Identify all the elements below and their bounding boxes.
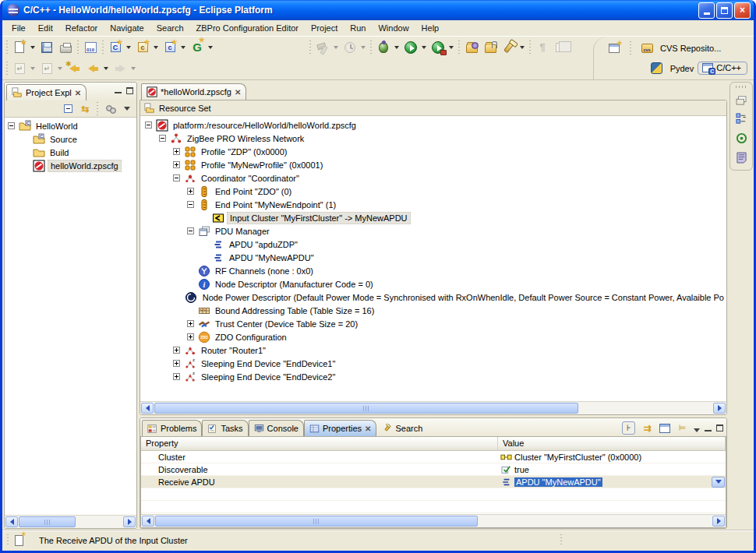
tree-item-endpoint-mynewendpoint[interactable]: End Point "MyNewEndpoint" (1) bbox=[140, 198, 726, 211]
project-explorer-hscrollbar[interactable] bbox=[5, 515, 136, 528]
external-tools-clock-icon[interactable] bbox=[341, 39, 359, 56]
run-external-dropdown[interactable] bbox=[449, 46, 454, 49]
search-flashlight-icon[interactable] bbox=[500, 39, 518, 56]
expander-icon[interactable] bbox=[187, 227, 194, 234]
last-edit-location-icon[interactable]: ✱ bbox=[65, 60, 83, 77]
minimize-view-icon[interactable] bbox=[115, 92, 122, 94]
properties-hscrollbar[interactable] bbox=[141, 514, 726, 527]
target-icon[interactable] bbox=[736, 132, 747, 144]
scroll-right-icon[interactable] bbox=[712, 516, 725, 527]
tree-item-bound-addressing-table[interactable]: Bound Addressing Table (Table Size = 16) bbox=[140, 304, 726, 317]
expander-icon[interactable] bbox=[159, 135, 166, 142]
tab-tasks[interactable]: Tasks bbox=[202, 420, 248, 436]
tab-console[interactable]: Console bbox=[249, 420, 304, 436]
expander-icon[interactable] bbox=[187, 320, 194, 327]
title-bar[interactable]: C/C++ - HelloWorld/helloWorld.zpscfg - E… bbox=[2, 0, 754, 20]
property-row-discoverable[interactable]: Discoverable true bbox=[141, 463, 726, 476]
expander-icon[interactable] bbox=[8, 122, 15, 129]
new-class-icon[interactable]: c★ bbox=[134, 39, 151, 56]
link-with-editor-icon[interactable]: ⇆ bbox=[78, 102, 91, 115]
new-cpp-file-dropdown[interactable] bbox=[126, 46, 131, 49]
scroll-left-icon[interactable] bbox=[141, 403, 154, 414]
scroll-right-icon[interactable] bbox=[123, 516, 136, 527]
scroll-right-icon[interactable] bbox=[713, 403, 726, 414]
tree-item-zdo-configuration[interactable]: ZDO ZDO Configuration bbox=[140, 330, 726, 343]
debug-dropdown[interactable] bbox=[394, 46, 399, 49]
tree-item-trust-center[interactable]: Trust Center (Device Table Size = 20) bbox=[140, 317, 726, 330]
menu-window[interactable]: Window bbox=[372, 22, 415, 34]
open-perspective-icon[interactable]: ★ bbox=[606, 40, 623, 57]
back-icon[interactable] bbox=[84, 60, 101, 77]
tree-item-input-cluster[interactable]: Input Cluster "MyFirstCluster" -> MyNewA… bbox=[140, 211, 726, 224]
previous-annotation-icon[interactable] bbox=[38, 60, 55, 77]
expander-icon[interactable] bbox=[187, 201, 194, 208]
menu-navigate[interactable]: Navigate bbox=[104, 22, 150, 34]
menu-search[interactable]: Search bbox=[150, 22, 190, 34]
column-property[interactable]: Property bbox=[141, 437, 498, 450]
pydev-perspective-icon[interactable] bbox=[648, 60, 666, 77]
minimize-view-icon[interactable] bbox=[705, 430, 712, 432]
new-wizard-icon[interactable]: ★ bbox=[11, 39, 28, 56]
tree-item-profile-mynewprofile[interactable]: Profile "MyNewProfile" (0x0001) bbox=[140, 158, 726, 171]
tree-item-pdu-manager[interactable]: PDU Manager bbox=[140, 224, 726, 238]
run-dropdown[interactable] bbox=[422, 46, 426, 49]
tree-item-node-descriptor[interactable]: i Node Descriptor (Manufacturer Code = 0… bbox=[140, 277, 726, 291]
debug-icon[interactable] bbox=[375, 39, 392, 56]
tree-item-build[interactable]: Build bbox=[5, 146, 136, 159]
filters-icon[interactable] bbox=[104, 102, 117, 115]
tab-properties[interactable]: Properties ✕ bbox=[304, 420, 377, 436]
scroll-left-icon[interactable] bbox=[5, 516, 18, 527]
tree-item-enddevice1[interactable]: z Sleeping End Device "EndDevice1" bbox=[140, 357, 726, 370]
tree-item-coordinator[interactable]: Coordinator "Coordinator" bbox=[140, 171, 726, 185]
open-element-folder-icon[interactable] bbox=[463, 39, 480, 56]
close-project-explorer-icon[interactable]: ✕ bbox=[75, 89, 81, 97]
search-dropdown[interactable] bbox=[520, 46, 525, 49]
tab-helloworld-zpscfg[interactable]: *helloWorld.zpscfg ✕ bbox=[141, 83, 246, 100]
tree-item-router1[interactable]: Router "Router1" bbox=[140, 343, 726, 357]
cvs-perspective-icon[interactable]: cvs bbox=[638, 40, 655, 57]
expander-icon[interactable] bbox=[173, 148, 180, 155]
expander-icon[interactable] bbox=[173, 360, 180, 367]
restore-value-icon[interactable]: ⊨ bbox=[676, 421, 689, 435]
tree-item-node-power-descriptor[interactable]: Node Power Descriptor (Default Power Mod… bbox=[140, 291, 726, 304]
binary-icon[interactable]: 010 bbox=[82, 39, 99, 56]
tab-project-explorer[interactable]: Project Expl ✕ bbox=[6, 84, 87, 100]
new-c-project-dropdown[interactable] bbox=[181, 46, 185, 49]
expander-icon[interactable] bbox=[173, 174, 180, 181]
tree-item-enddevice2[interactable]: z Sleeping End Device "EndDevice2" bbox=[140, 370, 726, 383]
menu-refactor[interactable]: Refactor bbox=[59, 22, 104, 34]
maximize-button[interactable] bbox=[716, 2, 733, 19]
menu-run[interactable]: Run bbox=[344, 22, 372, 34]
show-whitespace-icon[interactable]: ¶ bbox=[534, 39, 551, 56]
cvs-perspective-label[interactable]: CVS Reposito... bbox=[660, 44, 721, 53]
close-editor-icon[interactable]: ✕ bbox=[235, 88, 241, 97]
editor-hscrollbar[interactable] bbox=[140, 401, 726, 414]
expander-icon[interactable] bbox=[187, 188, 194, 195]
view-menu-icon[interactable] bbox=[120, 102, 133, 115]
scroll-left-icon[interactable] bbox=[142, 516, 154, 527]
tree-item-zigbee-network[interactable]: ZigBee PRO Wireless Network bbox=[140, 132, 726, 145]
receive-apdu-value[interactable]: APDU "MyNewAPDU" bbox=[514, 477, 602, 487]
forward-icon[interactable] bbox=[111, 60, 129, 77]
tree-item-rf-channels[interactable]: RF Channels (none : 0x0) bbox=[140, 264, 726, 277]
save-icon[interactable] bbox=[38, 39, 55, 56]
new-class-dropdown[interactable] bbox=[154, 46, 158, 49]
column-value[interactable]: Value bbox=[498, 437, 726, 450]
new-wizard-dropdown[interactable] bbox=[30, 46, 35, 49]
expander-icon[interactable] bbox=[187, 333, 194, 340]
hammer-build-icon[interactable] bbox=[314, 39, 331, 56]
outline-icon[interactable] bbox=[736, 113, 747, 125]
tree-item-apdu-apduzdp[interactable]: APDU "apduZDP" bbox=[140, 238, 726, 251]
open-resource-folder-icon[interactable] bbox=[482, 39, 499, 56]
collapse-all-icon[interactable] bbox=[62, 102, 75, 115]
drag-handle[interactable] bbox=[736, 86, 747, 88]
menu-project[interactable]: Project bbox=[305, 22, 344, 34]
property-row-receive-apdu[interactable]: Receive APDU APDU "MyNewAPDU" bbox=[141, 476, 726, 488]
build-config-icon[interactable]: G★ bbox=[189, 39, 206, 56]
combo-dropdown-icon[interactable] bbox=[712, 477, 725, 488]
tab-search[interactable]: Search bbox=[376, 420, 428, 436]
expander-icon[interactable] bbox=[173, 347, 180, 354]
tree-item-profile-zdp[interactable]: Profile "ZDP" (0x0000) bbox=[140, 145, 726, 158]
notes-icon[interactable] bbox=[737, 152, 747, 164]
run-external-icon[interactable] bbox=[429, 39, 447, 56]
